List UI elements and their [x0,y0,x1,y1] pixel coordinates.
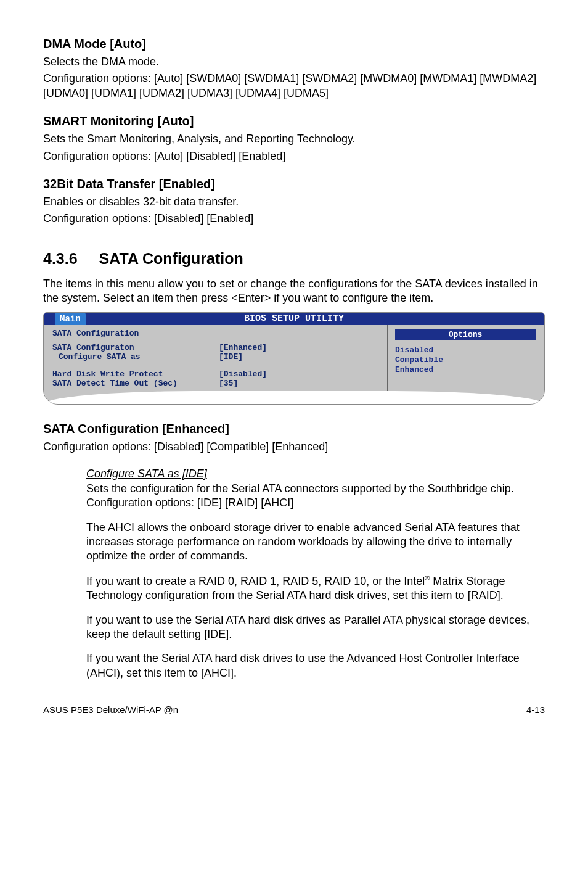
bios-tab-main: Main [55,313,86,325]
text-configure-sata-p4: If you want to use the Serial ATA hard d… [86,613,545,642]
bios-value: [35] [219,379,238,388]
bios-title: BIOS SETUP UTILITY [244,313,344,324]
bios-row-sata-detect-time: SATA Detect Time Out (Sec) [35] [52,379,378,388]
text-32bit-p1: Enables or disables 32-bit data transfer… [43,195,545,209]
bios-value: [Disabled] [219,369,267,379]
bios-label: SATA Detect Time Out (Sec) [52,379,219,388]
section-number: 4.3.6 [43,250,78,268]
heading-dma-mode: DMA Mode [Auto] [43,37,545,51]
text-configure-sata-p1: Sets the configuration for the Serial AT… [86,482,545,511]
bios-row-sata-config: SATA Configuraton [Enhanced] [52,343,378,352]
text-configure-sata-p2: The AHCI allows the onboard storage driv… [86,521,545,564]
text-sata-intro: The items in this menu allow you to set … [43,277,545,306]
heading-32bit-transfer: 32Bit Data Transfer [Enabled] [43,177,545,191]
text-32bit-p2: Configuration options: [Disabled] [Enabl… [43,212,545,226]
text-dma-p2: Configuration options: [Auto] [SWDMA0] [… [43,72,545,101]
heading-smart-monitoring: SMART Monitoring [Auto] [43,114,545,128]
bios-value: [IDE] [219,352,243,361]
bios-value: [Enhanced] [219,343,267,352]
text-smart-p1: Sets the Smart Monitoring, Analysis, and… [43,132,545,146]
subheading-configure-sata-ide: Configure SATA as [IDE] [86,468,545,481]
bios-label: Hard Disk Write Protect [52,369,219,379]
bios-option-compatible: Compatible [395,355,536,365]
heading-sata-configuration: 4.3.6SATA Configuration [43,250,545,268]
text-smart-p2: Configuration options: [Auto] [Disabled]… [43,149,545,163]
bios-option-enhanced: Enhanced [395,365,536,375]
bios-row-configure-sata: Configure SATA as [IDE] [52,352,378,361]
heading-sata-config-enhanced: SATA Configuration [Enhanced] [43,422,545,436]
text-dma-p1: Selects the DMA mode. [43,55,545,69]
bios-header: BIOS SETUP UTILITY Main [44,313,544,325]
footer-left: ASUS P5E3 Deluxe/WiFi-AP @n [43,704,178,715]
footer-page-number: 4-13 [526,704,545,715]
text-configure-sata-p5: If you want the Serial ATA hard disk dri… [86,651,545,680]
bios-option-disabled: Disabled [395,345,536,355]
bios-label: Configure SATA as [59,352,219,361]
text-sata-config-enhanced-p1: Configuration options: [Disabled] [Compa… [43,440,545,454]
bios-left-title: SATA Configuration [52,329,378,338]
bios-screenshot: BIOS SETUP UTILITY Main SATA Configurati… [43,312,545,405]
page-footer: ASUS P5E3 Deluxe/WiFi-AP @n 4-13 [43,699,545,715]
bios-options-header: Options [395,329,536,340]
section-title-text: SATA Configuration [99,250,243,267]
bios-label: SATA Configuraton [52,343,219,352]
text-configure-sata-p3: If you want to create a RAID 0, RAID 1, … [86,574,545,603]
bios-row-hd-write-protect: Hard Disk Write Protect [Disabled] [52,369,378,379]
